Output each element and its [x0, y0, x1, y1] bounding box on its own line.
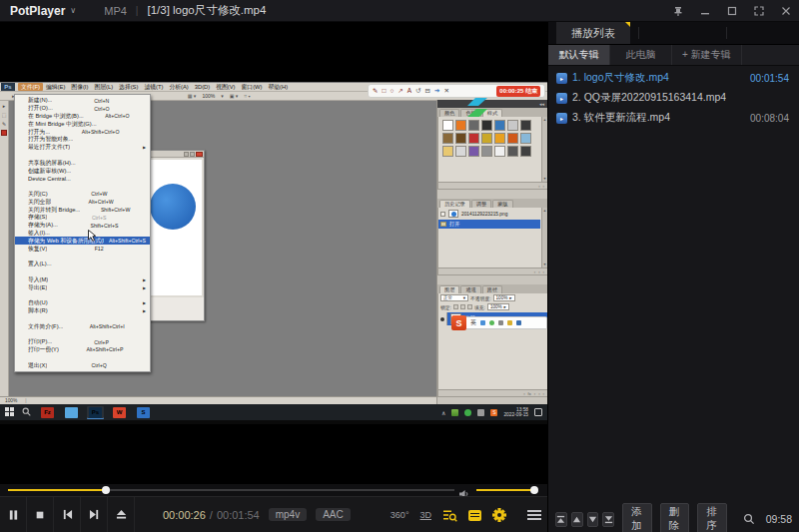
fullscreen-button[interactable]: [745, 0, 772, 22]
subtitle-icon[interactable]: [468, 510, 481, 521]
panel-tab[interactable]: 历史记录: [439, 200, 470, 208]
toolbox-icon[interactable]: [507, 320, 512, 325]
pen-icon[interactable]: [480, 320, 485, 325]
lock-pixels-icon[interactable]: [460, 304, 465, 309]
style-swatch[interactable]: [507, 133, 518, 144]
layer-visibility-eye-icon[interactable]: [438, 312, 447, 325]
lock-transparency-icon[interactable]: [453, 304, 458, 309]
chevron-down-icon[interactable]: ∨: [70, 6, 76, 15]
file-menu-item[interactable]: 文件简介(F)... Alt+Shift+Ctrl+I: [15, 322, 150, 330]
file-menu-item[interactable]: Device Central...: [15, 175, 150, 183]
opacity-field[interactable]: 100%▸: [493, 294, 515, 301]
style-swatch[interactable]: [442, 133, 453, 144]
screen-mode-icon[interactable]: ⌗ ▾: [244, 93, 250, 100]
pause-button[interactable]: [0, 497, 27, 532]
recorder-tool-icon[interactable]: ⊟: [425, 88, 430, 95]
album-tab[interactable]: 此电脑: [610, 45, 672, 65]
taskbar-app-button[interactable]: W: [111, 406, 128, 419]
ps-menu-item[interactable]: 窗口(W): [239, 83, 266, 91]
style-swatch[interactable]: [455, 120, 466, 131]
tray-expand-icon[interactable]: ∧: [441, 409, 445, 416]
new-style-icon[interactable]: ▫: [538, 184, 539, 189]
maximize-button[interactable]: [718, 0, 745, 22]
foreground-color-swatch[interactable]: [1, 130, 7, 136]
zoom-dropdown-icon[interactable]: ▾: [221, 93, 224, 99]
tray-status-icon[interactable]: [464, 409, 471, 416]
recorder-tool-icon[interactable]: □: [382, 88, 386, 95]
pin-icon[interactable]: [664, 0, 691, 22]
style-swatch[interactable]: [520, 133, 531, 144]
style-swatch[interactable]: [468, 120, 479, 131]
style-swatch[interactable]: [455, 133, 466, 144]
style-swatch[interactable]: [507, 120, 518, 131]
history-snapshot-row[interactable]: 20141129223215.png: [438, 208, 547, 220]
delete-button[interactable]: 删除: [660, 503, 689, 532]
style-swatch[interactable]: [494, 146, 505, 157]
app-menu-button[interactable]: PotPlayer: [10, 4, 65, 18]
start-button[interactable]: [5, 407, 14, 417]
vr-360-button[interactable]: 360°: [391, 510, 409, 520]
style-swatch[interactable]: [520, 120, 531, 131]
ps-menu-item[interactable]: 文件(F): [18, 83, 43, 91]
taskbar-search-icon[interactable]: [22, 407, 31, 417]
history-source-checkbox[interactable]: [440, 212, 445, 217]
previous-button[interactable]: [54, 497, 81, 532]
settings-gear-icon[interactable]: [492, 508, 506, 522]
file-menu-item[interactable]: 置入(L)...: [15, 261, 150, 268]
style-swatch[interactable]: [468, 146, 479, 157]
volume-handle[interactable]: [530, 486, 538, 494]
playlist-item[interactable]: ▸ 1. logo尺寸修改.mp4 00:01:54: [548, 68, 799, 88]
move-down-button[interactable]: [587, 512, 599, 527]
view-mode-icon[interactable]: ▦ ▾: [188, 93, 197, 99]
style-swatch[interactable]: [494, 120, 505, 131]
recorder-tool-icon[interactable]: A: [407, 88, 411, 95]
fill-field[interactable]: 100%▸: [487, 303, 509, 310]
playlist-search-icon[interactable]: [743, 513, 755, 525]
file-menu-item[interactable]: 恢复(V) F12: [15, 245, 150, 253]
mic-icon[interactable]: [489, 320, 494, 325]
new-document-icon[interactable]: ▫: [534, 269, 535, 274]
taskbar-clock[interactable]: 13:58 2022-09-15: [503, 407, 528, 418]
link-layers-icon[interactable]: ▫: [523, 391, 524, 396]
ps-zoom-level[interactable]: 100%: [202, 93, 215, 99]
panel-tab[interactable]: 颜色: [439, 109, 459, 117]
settings-icon[interactable]: [516, 320, 521, 325]
album-tab[interactable]: 默认专辑: [548, 45, 610, 65]
doc-minimize-icon[interactable]: [184, 152, 189, 157]
open-file-button[interactable]: [108, 497, 135, 532]
panel-tab[interactable]: 图层: [439, 285, 459, 293]
add-button[interactable]: 添加: [622, 503, 651, 532]
style-swatch[interactable]: [481, 146, 492, 157]
file-menu-item[interactable]: 脚本(R) ▶: [15, 307, 150, 315]
style-swatch[interactable]: [455, 146, 466, 157]
trash-icon[interactable]: ▫: [543, 391, 544, 396]
ps-tool-palette[interactable]: ▸ ⬚ ✎: [0, 101, 9, 396]
panel-tab[interactable]: 通道: [460, 285, 480, 293]
seek-bar[interactable]: [8, 489, 454, 491]
sort-button[interactable]: 排序: [697, 503, 726, 532]
camera-icon[interactable]: ▫: [538, 269, 539, 274]
ps-menu-item[interactable]: 编辑(E): [43, 83, 68, 91]
blend-mode-dropdown[interactable]: 正常▾: [440, 294, 468, 301]
arrange-docs-icon[interactable]: ▣ ▾: [230, 93, 239, 99]
sogou-logo[interactable]: S: [451, 315, 466, 330]
taskbar-app-button[interactable]: S: [135, 406, 152, 419]
recorder-tool-icon[interactable]: ↺: [415, 88, 420, 95]
ps-menu-item[interactable]: 滤镜(T): [141, 83, 166, 91]
file-menu-item[interactable]: 打印一份(Y) Alt+Shift+Ctrl+P: [15, 346, 150, 354]
style-swatch[interactable]: [481, 133, 492, 144]
styles-scrollbar[interactable]: ▲▼: [541, 117, 547, 182]
style-swatch[interactable]: [494, 133, 505, 144]
file-menu-item[interactable]: 创建新审核(W)...: [15, 167, 150, 175]
stereo-3d-button[interactable]: 3D: [419, 510, 431, 520]
ps-menu-item[interactable]: 选择(S): [116, 83, 141, 91]
style-swatch[interactable]: [468, 133, 479, 144]
status-zoom-level[interactable]: 100%: [5, 398, 17, 403]
marquee-tool-icon[interactable]: ⬚: [2, 112, 7, 118]
panel-tab[interactable]: 调整: [471, 200, 491, 208]
ps-menu-item[interactable]: 图像(I): [68, 83, 91, 91]
history-step-row[interactable]: 打开: [438, 220, 540, 229]
move-up-button[interactable]: [571, 512, 583, 527]
recorder-tool-icon[interactable]: ✎: [373, 88, 378, 95]
layer-fx-icon[interactable]: fx: [528, 391, 531, 396]
